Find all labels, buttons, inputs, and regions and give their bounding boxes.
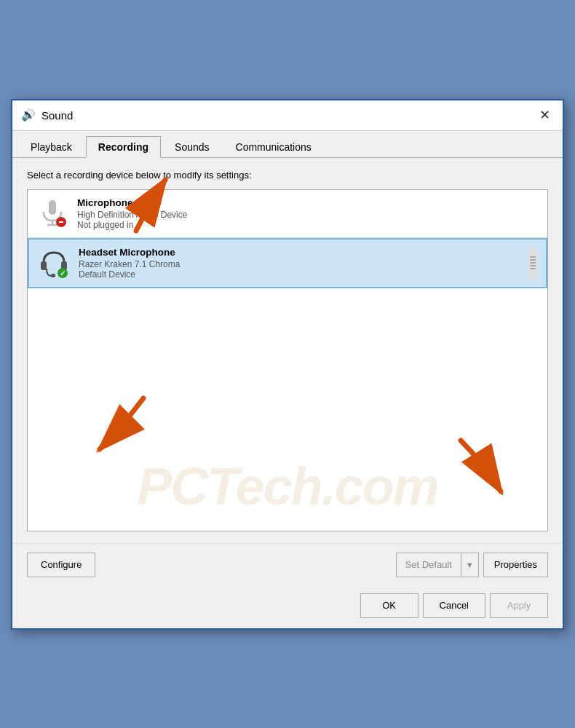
sound-dialog: 🔊 Sound ✕ Playback Recording Sounds Comm…	[11, 99, 564, 630]
ok-button[interactable]: OK	[360, 593, 419, 618]
microphone-info: Microphone High Definition Audio Device …	[77, 197, 539, 230]
svg-text:✓: ✓	[60, 269, 66, 277]
instruction-text: Select a recording device below to modif…	[27, 170, 548, 181]
watermark: PCTech.com	[137, 456, 437, 516]
configure-button[interactable]: Configure	[27, 553, 95, 577]
headset-svg: ✓	[38, 247, 70, 279]
headset-sub: Razer Kraken 7.1 Chroma	[79, 259, 528, 269]
microphone-status: Not plugged in	[77, 220, 539, 230]
microphone-svg	[36, 197, 68, 229]
set-default-dropdown-button[interactable]: ▼	[461, 553, 478, 577]
close-button[interactable]: ✕	[535, 106, 554, 124]
sound-icon: 🔊	[21, 108, 36, 122]
dialog-title: Sound	[41, 109, 535, 122]
scrollbar-hint	[528, 247, 537, 280]
headset-name: Headset Microphone	[79, 247, 528, 258]
tab-communications[interactable]: Communications	[223, 136, 324, 158]
device-item-microphone[interactable]: Microphone High Definition Audio Device …	[28, 190, 547, 238]
headset-icon-container: ✓	[38, 247, 70, 279]
tab-bar: Playback Recording Sounds Communications	[12, 131, 563, 158]
set-default-group: Set Default ▼	[396, 553, 479, 577]
apply-button[interactable]: Apply	[490, 593, 548, 618]
set-default-button[interactable]: Set Default	[397, 553, 461, 577]
headset-status: Default Device	[79, 269, 528, 280]
action-buttons-row: Configure Set Default ▼ Properties	[12, 543, 563, 586]
microphone-sub: High Definition Audio Device	[77, 210, 539, 220]
svg-rect-7	[51, 274, 55, 277]
properties-button[interactable]: Properties	[483, 553, 548, 577]
microphone-icon-container	[36, 197, 68, 229]
dialog-body: Select a recording device below to modif…	[12, 158, 563, 543]
device-list: Microphone High Definition Audio Device …	[27, 189, 548, 531]
microphone-name: Microphone	[77, 197, 539, 208]
tab-sounds[interactable]: Sounds	[162, 136, 221, 158]
cancel-button[interactable]: Cancel	[423, 593, 485, 618]
svg-rect-0	[49, 200, 56, 215]
tab-recording[interactable]: Recording	[86, 136, 161, 158]
bottom-buttons-row: OK Cancel Apply	[12, 586, 563, 628]
title-bar: 🔊 Sound ✕	[12, 100, 563, 131]
tab-playback[interactable]: Playback	[18, 136, 84, 158]
svg-rect-5	[41, 261, 47, 270]
device-item-headset[interactable]: ✓ Headset Microphone Razer Kraken 7.1 Ch…	[28, 238, 547, 288]
headset-info: Headset Microphone Razer Kraken 7.1 Chro…	[79, 247, 528, 280]
